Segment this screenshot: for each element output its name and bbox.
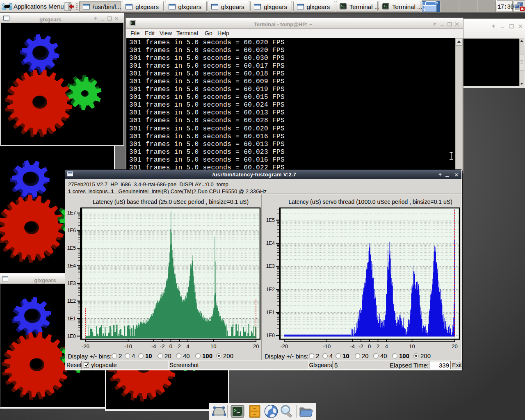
svg-text:-4: -4 [350,343,355,349]
svg-text:-4: -4 [151,343,156,349]
svg-text:1E6: 1E6 [67,228,76,233]
svg-text:-20: -20 [82,343,89,349]
svg-text:-20: -20 [281,343,288,349]
svg-text:1E1: 1E1 [67,316,76,322]
svg-text:-2: -2 [160,343,165,349]
svg-text:0: 0 [368,343,371,349]
svg-text:1E4: 1E4 [67,263,76,269]
svg-text:10: 10 [409,343,415,349]
svg-text:4: 4 [186,343,189,349]
svg-text:20: 20 [253,343,259,349]
svg-text:1E3: 1E3 [266,263,275,269]
svg-text:-2: -2 [358,343,363,349]
svg-text:2: 2 [178,343,181,349]
svg-text:1E4: 1E4 [266,240,275,246]
svg-text:1E0: 1E0 [266,333,275,338]
svg-text:0: 0 [169,343,172,349]
svg-text:20: 20 [452,343,457,349]
svg-text:1E0: 1E0 [67,333,76,339]
svg-text:10: 10 [210,343,216,349]
svg-text:1E5: 1E5 [266,217,275,223]
svg-text:1E5: 1E5 [67,245,76,251]
svg-text:-10: -10 [124,343,132,349]
svg-text:1E2: 1E2 [67,298,76,304]
svg-text:1E3: 1E3 [67,281,76,286]
svg-text:1E2: 1E2 [266,287,275,292]
svg-text:1E1: 1E1 [266,310,275,315]
svg-text:1E7: 1E7 [67,210,76,216]
svg-text:2: 2 [377,343,379,349]
svg-text:4: 4 [385,343,388,349]
svg-text:-10: -10 [323,343,331,349]
